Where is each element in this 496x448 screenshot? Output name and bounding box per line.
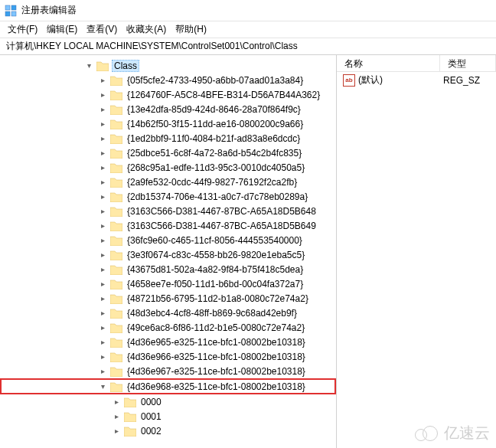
chevron-right-icon[interactable]: ▸	[96, 192, 109, 201]
chevron-right-icon[interactable]: ▸	[96, 105, 109, 113]
tree-node[interactable]: ▸{3163C566-D381-4467-87BC-A65A18D5B648	[0, 204, 336, 218]
tree-node[interactable]: ▸{268c95a1-edfe-11d3-95c3-0010dc4050a5}	[0, 160, 336, 175]
tree-label[interactable]: {1264760F-A5C8-4BFE-B314-D56A7B44A362}	[126, 90, 321, 100]
chevron-down-icon[interactable]: ▾	[96, 382, 109, 391]
folder-icon	[110, 264, 122, 275]
tree-label[interactable]: {3163C566-D381-4467-87BC-A65A18D5B648	[126, 206, 318, 217]
tree-label[interactable]: {36fc9e60-c465-11cf-8056-444553540000}	[126, 235, 304, 246]
chevron-right-icon[interactable]: ▸	[96, 265, 109, 273]
chevron-right-icon[interactable]: ▸	[96, 207, 109, 215]
address-bar[interactable]: 计算机\HKEY LOCAL MACHINE\SYSTEM\ControlSet…	[0, 38, 496, 55]
svg-marker-14	[110, 208, 122, 217]
tree-label[interactable]: {4d36e966-e325-11ce-bfc1-08002be10318}	[126, 352, 307, 362]
chevron-right-icon[interactable]: ▸	[96, 163, 109, 172]
tree-node[interactable]: ▸{43675d81-502a-4a82-9f84-b75f418c5dea}	[0, 262, 336, 276]
tree-label[interactable]: {48721b56-6795-11d2-b1a8-0080c72e74a2}	[126, 293, 310, 304]
tree-label[interactable]: {14b62f50-3f15-11dd-ae16-0800200c9a66}	[126, 119, 305, 129]
tree-node[interactable]: ▸{4d36e967-e325-11ce-bfc1-08002be10318}	[0, 364, 336, 378]
tree-node[interactable]: ▸{1264760F-A5C8-4BFE-B314-D56A7B44A362}	[0, 87, 336, 102]
menu-favorites[interactable]: 收藏夹(A)	[122, 21, 171, 38]
tree-node[interactable]: ▸{3163C566-D381-4467-87BC-A65A18D5B649	[0, 218, 336, 233]
folder-icon	[110, 206, 122, 217]
tree-label[interactable]: {1ed2bbf9-11f0-4084-b21f-ad83a8e6dcdc}	[126, 133, 302, 144]
tree-label[interactable]: {2db15374-706e-4131-a0c7-d7c78eb0289a}	[126, 191, 309, 202]
chevron-right-icon[interactable]: ▸	[96, 134, 109, 142]
tree-label[interactable]: {4d36e968-e325-11ce-bfc1-08002be10318}	[126, 381, 307, 392]
tree-node[interactable]: ▸{2a9fe532-0cdc-44f9-9827-76192f2ca2fb}	[0, 175, 336, 189]
tree-label[interactable]: 0000	[139, 397, 163, 407]
tree-node[interactable]: ▸0001	[0, 409, 336, 423]
chevron-right-icon[interactable]: ▸	[96, 236, 109, 244]
window-title: 注册表编辑器	[21, 4, 77, 17]
tree-pane[interactable]: ▾ Class ▸{05f5cfe2-4733-4950-a6bb-07aad0…	[0, 55, 337, 448]
chevron-right-icon[interactable]: ▸	[96, 323, 109, 332]
chevron-right-icon[interactable]: ▸	[110, 412, 122, 420]
chevron-right-icon[interactable]: ▸	[96, 221, 109, 230]
menu-bar: 文件(F) 编辑(E) 查看(V) 收藏夹(A) 帮助(H)	[0, 21, 496, 38]
folder-icon	[110, 133, 122, 144]
tree-label[interactable]: {268c95a1-edfe-11d3-95c3-0010dc4050a5}	[126, 162, 306, 173]
menu-view[interactable]: 查看(V)	[82, 21, 122, 38]
tree-node-highlighted[interactable]: ▾ {4d36e968-e325-11ce-bfc1-08002be10318}	[0, 378, 336, 394]
menu-file[interactable]: 文件(F)	[3, 21, 42, 38]
tree-label[interactable]: 0002	[139, 426, 163, 437]
tree-node-class[interactable]: ▾ Class	[0, 58, 336, 73]
chevron-right-icon[interactable]: ▸	[96, 250, 109, 259]
tree-label[interactable]: {4d36e967-e325-11ce-bfc1-08002be10318}	[126, 366, 307, 377]
menu-edit[interactable]: 编辑(E)	[42, 21, 82, 38]
tree-label[interactable]: {13e42dfa-85d9-424d-8646-28a70f864f9c}	[126, 104, 302, 115]
tree-node[interactable]: ▸0002	[0, 423, 336, 438]
tree-node[interactable]: ▸{4d36e966-e325-11ce-bfc1-08002be10318}	[0, 349, 336, 364]
tree-label[interactable]: {3e3f0674-c83c-4558-bb26-9820e1eba5c5}	[126, 250, 306, 260]
tree-node[interactable]: ▸0000	[0, 394, 336, 409]
tree-node[interactable]: ▸{4658ee7e-f050-11d1-b6bd-00c04fa372a7}	[0, 276, 336, 291]
chevron-down-icon[interactable]: ▾	[83, 61, 95, 70]
tree-label[interactable]: {4658ee7e-f050-11d1-b6bd-00c04fa372a7}	[126, 279, 305, 289]
tree-label[interactable]: {4d36e965-e325-11ce-bfc1-08002be10318}	[126, 337, 307, 348]
tree-node[interactable]: ▸{25dbce51-6c8f-4a72-8a6d-b54c2b4fc835}	[0, 146, 336, 160]
tree-node[interactable]: ▸{48d3ebc4-4cf8-48ff-b869-9c68ad42eb9f}	[0, 306, 336, 320]
chevron-right-icon[interactable]: ▸	[96, 119, 109, 128]
chevron-right-icon[interactable]: ▸	[96, 294, 109, 302]
chevron-right-icon[interactable]: ▸	[96, 352, 109, 361]
chevron-right-icon[interactable]: ▸	[96, 367, 109, 375]
tree-node[interactable]: ▸{49ce6ac8-6f86-11d2-b1e5-0080c72e74a2}	[0, 320, 336, 335]
chevron-right-icon[interactable]: ▸	[96, 178, 109, 186]
tree-node[interactable]: ▸{05f5cfe2-4733-4950-a6bb-07aad01a3a84}	[0, 73, 336, 87]
chevron-right-icon[interactable]: ▸	[96, 76, 109, 84]
tree-node[interactable]: ▸{14b62f50-3f15-11dd-ae16-0800200c9a66}	[0, 116, 336, 131]
tree-label-class[interactable]: Class	[112, 60, 139, 72]
value-name: (默认)	[358, 74, 443, 87]
tree-label[interactable]: {49ce6ac8-6f86-11d2-b1e5-0080c72e74a2}	[126, 322, 306, 333]
column-header-name[interactable]: 名称	[337, 55, 440, 71]
tree-label[interactable]: {2a9fe532-0cdc-44f9-9827-76192f2ca2fb}	[126, 177, 299, 188]
tree-node[interactable]: ▸{1ed2bbf9-11f0-4084-b21f-ad83a8e6dcdc}	[0, 131, 336, 146]
column-header-type[interactable]: 类型	[440, 55, 496, 71]
tree-label[interactable]: {3163C566-D381-4467-87BC-A65A18D5B649	[126, 221, 318, 231]
folder-icon	[110, 352, 122, 362]
chevron-right-icon[interactable]: ▸	[96, 90, 109, 99]
svg-marker-17	[110, 251, 122, 260]
folder-icon	[110, 177, 122, 188]
tree-node[interactable]: ▸{3e3f0674-c83c-4558-bb26-9820e1eba5c5}	[0, 247, 336, 262]
cloud-icon	[415, 426, 441, 441]
tree-label[interactable]: {48d3ebc4-4cf8-48ff-b869-9c68ad42eb9f}	[126, 308, 299, 319]
tree-node[interactable]: ▸{36fc9e60-c465-11cf-8056-444553540000}	[0, 233, 336, 247]
tree-node[interactable]: ▸{4d36e965-e325-11ce-bfc1-08002be10318}	[0, 335, 336, 349]
tree-label[interactable]: 0001	[139, 411, 163, 422]
tree-label[interactable]: {25dbce51-6c8f-4a72-8a6d-b54c2b4fc835}	[126, 148, 303, 159]
chevron-right-icon[interactable]: ▸	[110, 397, 122, 406]
list-row[interactable]: ab (默认) REG_SZ	[337, 72, 496, 88]
menu-help[interactable]: 帮助(H)	[171, 21, 211, 38]
tree-label[interactable]: {43675d81-502a-4a82-9f84-b75f418c5dea}	[126, 264, 305, 275]
chevron-right-icon[interactable]: ▸	[96, 280, 109, 288]
tree-node[interactable]: ▸{13e42dfa-85d9-424d-8646-28a70f864f9c}	[0, 102, 336, 116]
chevron-right-icon[interactable]: ▸	[96, 309, 109, 317]
chevron-right-icon[interactable]: ▸	[110, 427, 122, 435]
tree-label[interactable]: {05f5cfe2-4733-4950-a6bb-07aad01a3a84}	[126, 75, 305, 86]
chevron-right-icon[interactable]: ▸	[96, 338, 109, 346]
tree-node[interactable]: ▸{2db15374-706e-4131-a0c7-d7c78eb0289a}	[0, 189, 336, 204]
folder-icon	[110, 337, 122, 348]
chevron-right-icon[interactable]: ▸	[96, 149, 109, 157]
tree-node[interactable]: ▸{48721b56-6795-11d2-b1a8-0080c72e74a2}	[0, 291, 336, 306]
